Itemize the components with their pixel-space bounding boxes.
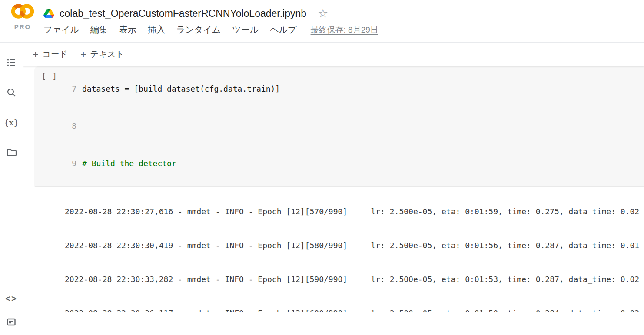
menu-bar: ファイル 編集 表示 挿入 ランタイム ツール ヘルプ 最終保存: 8月29日 [43,24,644,36]
plus-icon: + [80,49,86,60]
cell-output-log: 2022-08-28 22:30:27,616 - mmdet - INFO -… [23,184,644,312]
menu-file[interactable]: ファイル [43,24,79,36]
left-icon-rail: {x} <> [0,43,23,335]
menu-help[interactable]: ヘルプ [270,24,296,36]
cell-run-button[interactable]: [ ] [42,72,58,81]
menu-tools[interactable]: ツール [232,24,259,36]
log-line: 2022-08-28 22:30:36,117 - mmdet - INFO -… [65,308,644,312]
code-editor[interactable]: 7datasets = [build_dataset(cfg.data.trai… [35,66,644,186]
log-line: 2022-08-28 22:30:30,419 - mmdet - INFO -… [65,240,644,251]
files-folder-icon[interactable] [5,146,17,158]
code-line[interactable]: 7datasets = [build_dataset(cfg.data.trai… [61,83,644,95]
notebook-title[interactable]: colab_test_OperaCustomFasterRCNNYoloLoad… [60,8,306,20]
colab-logo-icon [9,15,36,22]
menu-runtime[interactable]: ランタイム [176,24,221,36]
add-code-cell-button[interactable]: + コード [33,49,67,60]
colab-pro-logo[interactable]: PRO [6,3,39,30]
google-drive-icon [43,9,54,18]
menu-edit[interactable]: 編集 [90,24,108,36]
variables-icon[interactable]: {x} [5,116,17,128]
code-line[interactable]: 8 [61,120,644,133]
code-line[interactable]: 9# Build the detector [61,158,644,170]
terminal-icon[interactable] [5,316,17,328]
star-icon[interactable]: ☆ [318,8,328,20]
app-header: PRO colab_test_OperaCustomFasterRCNNYolo… [0,0,644,42]
plus-icon: + [33,49,38,60]
add-text-cell-button[interactable]: + テキスト [80,49,124,60]
pro-badge: PRO [6,23,39,30]
notebook-content: + コード + テキスト [ ] 7datasets = [build_data… [23,43,644,335]
last-saved-status[interactable]: 最終保存: 8月29日 [311,24,378,36]
search-icon[interactable] [5,86,17,99]
table-of-contents-icon[interactable] [5,56,17,69]
notebook-scroll-area[interactable]: [ ] 7datasets = [build_dataset(cfg.data.… [23,66,644,312]
log-line: 2022-08-28 22:30:33,282 - mmdet - INFO -… [65,274,644,285]
menu-insert[interactable]: 挿入 [148,24,165,36]
log-line: 2022-08-28 22:30:27,616 - mmdet - INFO -… [65,206,644,217]
code-cell[interactable]: [ ] 7datasets = [build_dataset(cfg.data.… [35,66,644,186]
cell-toolbar: + コード + テキスト [23,43,644,66]
code-snippets-icon[interactable]: <> [5,292,17,305]
menu-view[interactable]: 表示 [119,24,136,36]
